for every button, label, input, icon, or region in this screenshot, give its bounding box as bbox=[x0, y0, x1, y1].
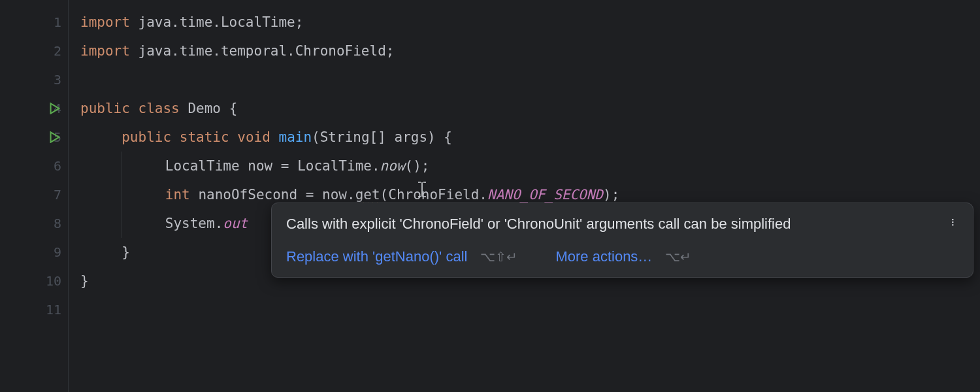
code-line: import java.time.temporal.ChronoField; bbox=[80, 37, 980, 65]
inspection-tooltip: Calls with explicit 'ChronoField' or 'Ch… bbox=[271, 203, 973, 278]
quickfix-replace-link[interactable]: Replace with 'getNano()' call bbox=[286, 248, 467, 265]
inspection-highlight[interactable]: get bbox=[355, 187, 380, 203]
line-number: 9 bbox=[39, 244, 61, 260]
code-line: LocalTime now = LocalTime.now(); bbox=[80, 152, 980, 180]
code-line bbox=[80, 295, 980, 324]
shortcut-hint: ⌥⇧↵ bbox=[480, 249, 517, 265]
more-actions-link[interactable]: More actions… bbox=[555, 248, 652, 265]
line-number: 7 bbox=[39, 187, 61, 203]
line-number: 3 bbox=[39, 72, 61, 88]
code-line: public static void main(String[] args) { bbox=[80, 123, 980, 152]
line-number: 2 bbox=[39, 43, 61, 59]
line-number: 8 bbox=[39, 216, 61, 231]
code-area[interactable]: import java.time.LocalTime; import java.… bbox=[69, 0, 980, 392]
code-editor: 1 2 3 4 5 6 7 8 9 10 11 import java.time… bbox=[0, 0, 980, 392]
line-number: 6 bbox=[39, 158, 61, 174]
line-number: 11 bbox=[39, 302, 61, 318]
run-gutter-icon[interactable] bbox=[50, 103, 60, 114]
tooltip-message: Calls with explicit 'ChronoField' or 'Ch… bbox=[286, 215, 947, 234]
gutter: 1 2 3 4 5 6 7 8 9 10 11 bbox=[0, 0, 69, 392]
run-gutter-icon[interactable] bbox=[50, 131, 60, 143]
code-line: public class Demo { bbox=[80, 94, 980, 123]
line-number: 10 bbox=[39, 273, 61, 289]
kebab-menu-icon[interactable]: ··· bbox=[947, 215, 958, 228]
shortcut-hint: ⌥↵ bbox=[665, 249, 691, 265]
code-line bbox=[80, 65, 980, 94]
line-number: 1 bbox=[39, 14, 61, 30]
code-line: import java.time.LocalTime; bbox=[80, 8, 980, 37]
